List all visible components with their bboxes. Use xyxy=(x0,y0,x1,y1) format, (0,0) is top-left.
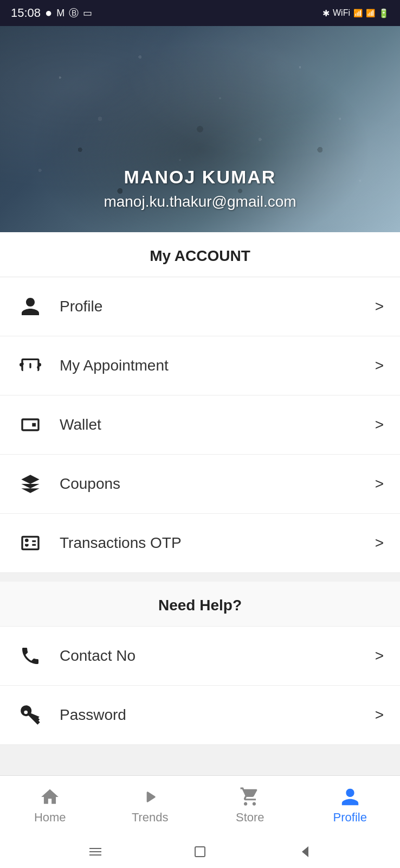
transactions-otp-label: Transactions OTP xyxy=(60,534,375,552)
profile-label: Profile xyxy=(60,298,375,315)
svg-rect-0 xyxy=(89,848,101,849)
battery-icon: 🔋 xyxy=(378,8,389,18)
contact-arrow: > xyxy=(375,647,384,665)
menu-item-password[interactable]: Password > xyxy=(0,686,400,745)
menu-item-coupons[interactable]: Coupons > xyxy=(0,455,400,514)
menu-item-wallet[interactable]: Wallet > xyxy=(0,395,400,455)
appointment-arrow: > xyxy=(375,357,384,374)
android-home-icon xyxy=(192,844,208,860)
wallet-arrow: > xyxy=(375,416,384,433)
signal-icon: 📶 xyxy=(353,9,363,17)
svg-rect-1 xyxy=(89,851,101,852)
android-menu-btn[interactable] xyxy=(86,842,105,861)
menu-item-transactions-otp[interactable]: Transactions OTP > xyxy=(0,514,400,573)
svg-rect-3 xyxy=(195,847,205,857)
store-icon xyxy=(240,787,260,807)
tab-trends-label: Trends xyxy=(132,810,169,825)
status-left: 15:08 ● M Ⓑ ▭ xyxy=(11,6,92,20)
tab-profile[interactable]: Profile xyxy=(300,776,401,835)
signal2-icon: 📶 xyxy=(366,9,375,17)
contact-label: Contact No xyxy=(60,647,375,665)
menu-item-appointment[interactable]: My Appointment > xyxy=(0,336,400,395)
profile-arrow: > xyxy=(375,298,384,315)
hero-email: manoj.ku.thakur@gmail.com xyxy=(104,193,296,210)
phone-icon xyxy=(16,642,44,670)
svg-rect-2 xyxy=(89,854,101,856)
home-icon xyxy=(40,787,60,807)
hero-section: MANOJ KUMAR manoj.ku.thakur@gmail.com xyxy=(0,26,400,232)
help-section: Need Help? Contact No > Password > xyxy=(0,582,400,745)
android-back-btn[interactable] xyxy=(295,842,314,861)
tab-profile-label: Profile xyxy=(333,810,367,825)
status-bar: 15:08 ● M Ⓑ ▭ ✱ WiFi 📶 📶 🔋 xyxy=(0,0,400,26)
wallet-label: Wallet xyxy=(60,416,375,433)
mail-icon: M xyxy=(56,8,64,19)
id-card-icon xyxy=(16,529,44,557)
bitcoin-icon: Ⓑ xyxy=(69,7,79,20)
transactions-otp-arrow: > xyxy=(375,534,384,552)
ticket-icon xyxy=(16,352,44,380)
password-label: Password xyxy=(60,706,375,724)
key-icon xyxy=(16,701,44,729)
password-arrow: > xyxy=(375,706,384,724)
appointment-label: My Appointment xyxy=(60,357,375,374)
coupons-arrow: > xyxy=(375,475,384,493)
status-right: ✱ WiFi 📶 📶 🔋 xyxy=(322,8,389,18)
profile-icon xyxy=(340,787,360,807)
android-menu-icon xyxy=(87,844,104,860)
notification-icon: ● xyxy=(45,6,52,20)
wifi-icon: WiFi xyxy=(333,8,350,18)
android-nav xyxy=(0,835,400,868)
tab-store-label: Store xyxy=(236,810,264,825)
svg-marker-4 xyxy=(302,846,308,857)
nav-tabs: Home Trends Store Profile xyxy=(0,776,400,835)
tab-home[interactable]: Home xyxy=(0,776,100,835)
my-account-section: My ACCOUNT Profile > My Appointment > Wa… xyxy=(0,232,400,573)
desktop-icon: ▭ xyxy=(83,7,92,19)
bottom-nav: Home Trends Store Profile xyxy=(0,775,400,868)
person-icon xyxy=(16,292,44,321)
android-back-icon xyxy=(296,844,313,860)
hero-username: MANOJ KUMAR xyxy=(124,167,276,188)
status-time: 15:08 xyxy=(11,6,41,20)
bluetooth-icon: ✱ xyxy=(322,8,330,18)
tab-trends[interactable]: Trends xyxy=(100,776,201,835)
menu-item-profile[interactable]: Profile > xyxy=(0,277,400,336)
menu-item-contact[interactable]: Contact No > xyxy=(0,627,400,686)
android-home-btn[interactable] xyxy=(190,842,210,861)
tab-home-label: Home xyxy=(34,810,66,825)
tab-store[interactable]: Store xyxy=(200,776,300,835)
my-account-title: My ACCOUNT xyxy=(0,232,400,277)
layers-icon xyxy=(16,470,44,498)
trends-icon xyxy=(140,787,160,807)
coupons-label: Coupons xyxy=(60,475,375,493)
help-title: Need Help? xyxy=(0,582,400,627)
wallet-icon xyxy=(16,411,44,439)
